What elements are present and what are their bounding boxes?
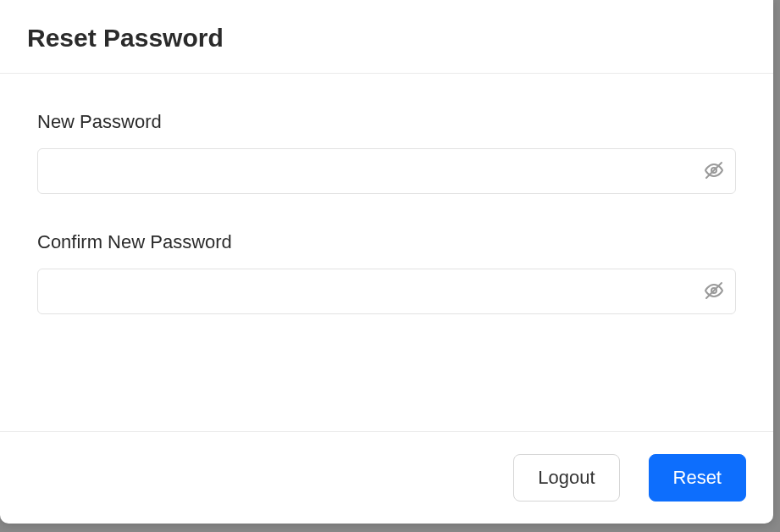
new-password-label: New Password [37,111,736,133]
modal-footer: Logout Reset [0,431,773,524]
reset-password-modal: Reset Password New Password Co [0,0,773,524]
toggle-new-password-visibility[interactable] [702,159,726,183]
confirm-password-group: Confirm New Password [37,231,736,314]
modal-body: New Password Confirm New Password [0,74,773,431]
new-password-group: New Password [37,111,736,194]
confirm-password-label: Confirm New Password [37,231,736,253]
eye-off-icon [704,160,724,183]
confirm-password-input[interactable] [37,269,736,314]
toggle-confirm-password-visibility[interactable] [702,280,726,303]
confirm-password-input-wrapper [37,269,736,314]
eye-off-icon [704,280,724,303]
new-password-input-wrapper [37,148,736,194]
new-password-input[interactable] [37,148,736,194]
modal-title: Reset Password [27,24,746,53]
modal-header: Reset Password [0,0,773,74]
logout-button[interactable]: Logout [513,454,619,502]
reset-button[interactable]: Reset [649,454,746,502]
